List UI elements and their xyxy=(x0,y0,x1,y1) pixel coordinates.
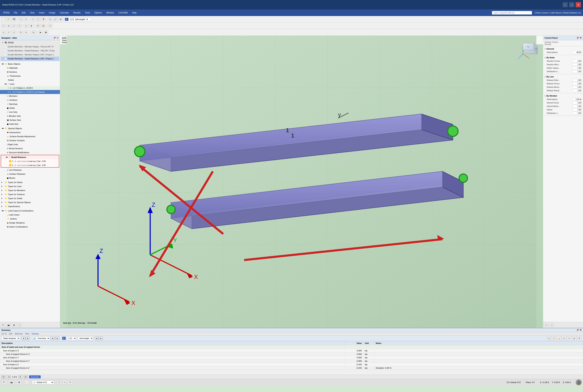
tree-openings[interactable]: ○ Openings xyxy=(0,102,60,106)
tree-line-releases[interactable]: ╱ Line Releases xyxy=(0,168,60,172)
cp-member-dist-value[interactable] xyxy=(572,112,582,114)
sum-tb-2[interactable]: 📋 xyxy=(551,336,556,340)
tb-xdir[interactable]: X xyxy=(1,30,6,34)
cp-internal-mome-value[interactable] xyxy=(572,105,582,108)
overview-prev-btn[interactable]: ◄ xyxy=(51,337,55,340)
tree-structure-mods[interactable]: ≡ Structure Modifications xyxy=(0,150,60,154)
tb-zoom-out[interactable]: 🔎 xyxy=(53,17,58,22)
cp-release-defor-value[interactable] xyxy=(572,79,582,82)
tb-calc[interactable]: ▶ xyxy=(38,30,43,34)
tree-types-solids[interactable]: 📁 Types for Solids xyxy=(0,196,60,200)
tb-paste[interactable]: 📌 xyxy=(41,17,46,22)
tb-display[interactable]: 👁 xyxy=(36,24,40,28)
menu-results[interactable]: Results xyxy=(72,11,82,15)
tree-special-objects[interactable]: 📁 Special Objects xyxy=(0,126,60,130)
tree-solid-sets[interactable]: ◼ Solid Sets xyxy=(0,122,60,126)
bottom-pin-icon[interactable]: 📌 xyxy=(576,329,579,331)
menu-edit[interactable]: Edit xyxy=(20,11,27,15)
cp-tb-1[interactable]: ⬡ xyxy=(544,323,548,327)
cp-deformations-value[interactable] xyxy=(572,51,582,54)
menu-window[interactable]: Window xyxy=(104,11,116,15)
cp-reaction-forces-value[interactable] xyxy=(572,60,582,62)
tree-surface-releases[interactable]: ▭ Surface Releases xyxy=(0,172,60,176)
cp-pin-icon[interactable]: 📌 xyxy=(576,36,579,39)
nav-tb-3[interactable]: ⏺ xyxy=(12,323,16,327)
status-cs-select[interactable]: 1 - Global XYZ xyxy=(32,380,54,384)
page-first-btn[interactable]: |◄ xyxy=(2,375,6,378)
tb-rotate[interactable]: ↻ xyxy=(18,30,23,34)
nav-close-icon[interactable]: ✕ xyxy=(57,36,58,39)
tree-basic-objects[interactable]: 📁 Basic Objects xyxy=(0,62,60,66)
overview-select[interactable]: Overview xyxy=(36,336,50,340)
tb-mirror[interactable]: ⇔ xyxy=(24,30,28,34)
tb-redo[interactable]: ↪ xyxy=(24,17,28,22)
summary-lc-prev-btn[interactable]: ◄ xyxy=(95,337,99,340)
file-2[interactable]: 📄 Double Members - Nodal Releases - FAQ.… xyxy=(1,49,59,53)
nav-tb-1[interactable]: 👁 xyxy=(1,323,6,327)
tree-actions[interactable]: ⚡ Actions xyxy=(0,217,60,221)
status-cs-btn-2[interactable]: ▭ xyxy=(62,380,67,384)
tb-copy[interactable]: 📋 xyxy=(36,17,40,22)
rfem-root[interactable]: ▼ 🏗 RFEM xyxy=(1,40,59,45)
tree-types-members[interactable]: 📁 Types for Members xyxy=(0,188,60,192)
tb-select[interactable]: ↖ xyxy=(1,24,6,28)
nav-tb-2[interactable]: 📷 xyxy=(6,323,11,327)
tree-surface-contacts[interactable]: ⊟ Surface Contacts xyxy=(0,138,60,142)
tree-imperfections[interactable]: 📁 Imperfections xyxy=(0,204,60,208)
cp-release-mome-value[interactable] xyxy=(572,86,582,88)
cp-section-general-header[interactable]: □ General xyxy=(543,47,583,51)
summary-lc-name-select[interactable]: Self-weight xyxy=(78,336,93,340)
cp-strains-value[interactable] xyxy=(572,108,582,111)
sum-tb-5[interactable]: ↪ xyxy=(566,336,571,340)
tree-result-sections[interactable]: ≡ Result Sections xyxy=(0,146,60,150)
sum-tb-6[interactable]: 🖨 xyxy=(572,336,576,340)
tb-zdir[interactable]: Z xyxy=(12,30,16,34)
tree-types-nodes[interactable]: 📁 Types for Nodes xyxy=(0,180,60,184)
sum-tb-1[interactable]: 🔍 xyxy=(546,336,551,340)
tb-undo[interactable]: ↩ xyxy=(18,17,23,22)
tree-line-sets[interactable]: ╱ Line Sets xyxy=(0,110,60,114)
tree-types-lines[interactable]: 📁 Types for Lines xyxy=(0,184,60,188)
menu-calculate[interactable]: Calculate xyxy=(58,11,71,15)
cp-tb-2[interactable]: ▭ xyxy=(549,323,554,327)
search-input[interactable] xyxy=(492,11,532,14)
tree-action-combos[interactable]: ⊞ Action Combinations xyxy=(0,225,60,229)
tree-design-situations[interactable]: ◈ Design Situations xyxy=(0,221,60,225)
menu-assign[interactable]: Assign xyxy=(47,11,57,15)
tree-line-1[interactable]: ━ 1 - 1,2 | Polyline | L: 20.00 ft xyxy=(0,86,60,90)
tree-surfaces[interactable]: ▭ Surfaces xyxy=(0,98,60,102)
cp-internal-forces-value[interactable] xyxy=(572,102,582,104)
tree-solids[interactable]: ◼ Solids xyxy=(0,106,60,110)
cp-release-forces-value[interactable] xyxy=(572,82,582,85)
tree-thicknesses[interactable]: ▭ Thicknesses xyxy=(0,74,60,78)
status-cs-btn-1[interactable]: ⬡ xyxy=(57,380,62,384)
tb-new[interactable]: 📄 xyxy=(1,17,6,22)
tree-load-cases-sub[interactable]: _ Load Cases xyxy=(0,213,60,217)
tree-line-2[interactable]: ━ 2 - 5,6 | Polyline | L: 20.00 ft | Lin… xyxy=(0,90,60,94)
cp-distribution-o-value[interactable] xyxy=(572,70,582,73)
tb-stop[interactable]: ⏹ xyxy=(44,30,48,34)
status-cs-btn-3[interactable]: ↻ xyxy=(68,380,72,384)
tree-lines[interactable]: ╱ Lines xyxy=(0,82,60,86)
tb-js[interactable]: JS xyxy=(30,30,36,34)
tree-materials[interactable]: ⬡ Materials xyxy=(0,66,60,70)
bottom-nav-settings[interactable]: Settings xyxy=(32,332,39,335)
status-graph-btn[interactable]: 📈 xyxy=(24,380,29,384)
tb-member[interactable]: ═ xyxy=(17,24,22,28)
tb-line[interactable]: ╱ xyxy=(12,24,16,28)
file-3[interactable]: 📄 Double Members - Member Hinges 3.rf6* … xyxy=(1,53,59,57)
cp-member-deformations-value[interactable] xyxy=(572,98,580,101)
menu-insert[interactable]: Insert xyxy=(37,11,46,15)
tb-surface[interactable]: ▭ xyxy=(24,24,28,28)
menu-tools[interactable]: Tools xyxy=(83,11,92,15)
nav-pin-icon[interactable]: 📌 xyxy=(53,36,56,39)
page-last-btn[interactable]: ►| xyxy=(24,375,28,378)
status-view-btn[interactable]: 👁 xyxy=(2,380,6,384)
summary-lc-select[interactable]: LC1 xyxy=(67,336,76,340)
close-button[interactable]: ✕ xyxy=(576,2,581,7)
tree-nr-2[interactable]: 2 - 1 - □□□ □□□□□ | Local xyz | Cφx : 0.… xyxy=(1,163,59,167)
cp-section-by-node-header[interactable]: □ By Node xyxy=(543,56,583,60)
summary-lc-next-btn[interactable]: ► xyxy=(99,337,103,340)
page-next-btn[interactable]: ► xyxy=(18,375,22,378)
sum-tb-3[interactable]: 📊 xyxy=(556,336,561,340)
